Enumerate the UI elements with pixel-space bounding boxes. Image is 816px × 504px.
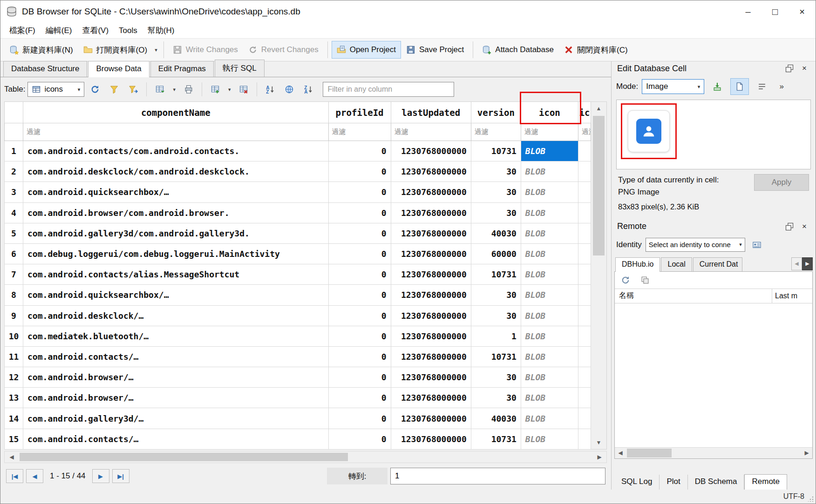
- column-header-version[interactable]: version: [471, 102, 521, 123]
- row-number[interactable]: 13: [5, 388, 23, 408]
- cell-lastUpdated[interactable]: 1230768000000: [391, 326, 471, 346]
- cell-icon[interactable]: BLOB: [521, 388, 578, 408]
- apply-button[interactable]: Apply: [754, 174, 809, 191]
- print-button[interactable]: [180, 81, 197, 98]
- cell-partial[interactable]: [578, 326, 591, 346]
- new-record-dropdown-caret[interactable]: ▾: [226, 83, 233, 96]
- list-column-name[interactable]: 名稱: [615, 289, 772, 303]
- encoding-button[interactable]: [281, 81, 298, 98]
- cell-profileId[interactable]: 0: [328, 223, 391, 243]
- cell-version[interactable]: 30: [471, 161, 521, 182]
- horizontal-scrollbar-thumb[interactable]: [20, 453, 348, 461]
- cell-componentName[interactable]: com.android.contacts/…: [23, 429, 329, 449]
- open-project-button[interactable]: Open Project: [332, 41, 401, 59]
- row-number[interactable]: 11: [5, 346, 23, 367]
- cell-version[interactable]: 30: [471, 388, 521, 408]
- column-header-icon[interactable]: icon: [521, 102, 578, 123]
- cell-icon[interactable]: BLOB: [521, 223, 578, 243]
- new-record-button[interactable]: [207, 81, 224, 98]
- row-number[interactable]: 5: [5, 223, 23, 243]
- vertical-scrollbar-track[interactable]: [591, 115, 606, 436]
- vertical-scrollbar[interactable]: ▲ ▼: [591, 101, 607, 450]
- clear-filters-button[interactable]: [106, 81, 122, 98]
- cell-partial[interactable]: [578, 141, 591, 161]
- cell-componentName[interactable]: com.android.contacts/…: [23, 346, 329, 367]
- cell-lastUpdated[interactable]: 1230768000000: [391, 285, 471, 305]
- cell-componentName[interactable]: com.android.gallery3d/com.android.galler…: [23, 223, 329, 243]
- new-database-button[interactable]: 新建資料庫(N): [4, 40, 78, 60]
- menu-help[interactable]: 幫助(H): [143, 23, 180, 38]
- row-number[interactable]: 7: [5, 264, 23, 285]
- cell-profileId[interactable]: 0: [328, 429, 391, 449]
- cell-lastUpdated[interactable]: 1230768000000: [391, 161, 471, 182]
- save-project-button[interactable]: Save Project: [401, 41, 469, 59]
- cell-componentName[interactable]: com.android.contacts/alias.MessageShortc…: [23, 264, 329, 285]
- cell-icon[interactable]: BLOB: [521, 326, 578, 346]
- cell-partial[interactable]: [578, 264, 591, 285]
- scroll-up-button[interactable]: ▲: [591, 102, 606, 115]
- cell-version[interactable]: 30: [471, 202, 521, 223]
- cell-icon[interactable]: BLOB: [521, 305, 578, 326]
- cell-version[interactable]: 40030: [471, 408, 521, 429]
- cell-lastUpdated[interactable]: 1230768000000: [391, 429, 471, 449]
- row-number[interactable]: 3: [5, 182, 23, 202]
- mode-select[interactable]: Image ▾: [642, 79, 704, 94]
- cell-profileId[interactable]: 0: [328, 346, 391, 367]
- dock-tab-remote[interactable]: Remote: [744, 474, 787, 490]
- tab-dbhub-io[interactable]: DBHub.io: [615, 257, 660, 272]
- cell-componentName[interactable]: com.android.browser/…: [23, 388, 329, 408]
- import-data-button[interactable]: [708, 78, 727, 95]
- dock-tab-db-schema[interactable]: DB Schema: [688, 475, 745, 490]
- previous-page-button[interactable]: ◀: [26, 469, 43, 483]
- row-number[interactable]: 15: [5, 429, 23, 449]
- cell-version[interactable]: 30: [471, 285, 521, 305]
- cell-lastUpdated[interactable]: 1230768000000: [391, 408, 471, 429]
- minimize-button[interactable]: –: [734, 0, 762, 23]
- remote-scrollbar-track[interactable]: [626, 448, 801, 458]
- cell-partial[interactable]: [578, 367, 591, 388]
- cell-profileId[interactable]: 0: [328, 326, 391, 346]
- scroll-left-button[interactable]: ◀: [5, 454, 19, 460]
- cell-partial[interactable]: [578, 305, 591, 326]
- cell-componentName[interactable]: com.debug.loggerui/com.debug.loggerui.Ma…: [23, 243, 329, 264]
- close-button[interactable]: ×: [789, 0, 816, 23]
- resize-grip[interactable]: [808, 496, 814, 502]
- filter-input-lastUpdated[interactable]: 過濾: [391, 123, 471, 141]
- cell-componentName[interactable]: com.android.gallery3d/…: [23, 408, 329, 429]
- float-panel-button[interactable]: [782, 221, 797, 233]
- row-number[interactable]: 14: [5, 408, 23, 429]
- cell-profileId[interactable]: 0: [328, 264, 391, 285]
- revert-changes-button[interactable]: Revert Changes: [243, 41, 324, 59]
- cell-version[interactable]: 60000: [471, 243, 521, 264]
- cell-profileId[interactable]: 0: [328, 285, 391, 305]
- cell-componentName[interactable]: com.android.browser/…: [23, 367, 329, 388]
- cell-lastUpdated[interactable]: 1230768000000: [391, 223, 471, 243]
- cell-partial[interactable]: [578, 346, 591, 367]
- sort-ascending-button[interactable]: AZ: [262, 81, 279, 98]
- row-number[interactable]: 1: [5, 141, 23, 161]
- tab-current-database[interactable]: Current Dat: [693, 257, 742, 271]
- cell-componentName[interactable]: com.android.contacts/com.android.contact…: [23, 141, 329, 161]
- column-header-lastUpdated[interactable]: lastUpdated: [391, 102, 471, 123]
- cell-componentName[interactable]: com.android.deskclock/com.android.deskcl…: [23, 161, 329, 182]
- cell-icon[interactable]: BLOB: [521, 243, 578, 264]
- clone-database-button[interactable]: [637, 273, 653, 287]
- next-page-button[interactable]: ▶: [92, 469, 109, 483]
- column-header-partial[interactable]: ic: [578, 102, 591, 123]
- menu-file[interactable]: 檔案(F): [4, 23, 41, 38]
- goto-button[interactable]: 轉到:: [327, 468, 388, 484]
- cell-icon[interactable]: BLOB: [521, 202, 578, 223]
- cell-version[interactable]: 1: [471, 326, 521, 346]
- cell-partial[interactable]: [578, 202, 591, 223]
- filter-input-icon[interactable]: 過濾: [521, 123, 578, 141]
- cell-icon[interactable]: BLOB: [521, 408, 578, 429]
- cell-version[interactable]: 10731: [471, 429, 521, 449]
- maximize-button[interactable]: □: [762, 0, 789, 23]
- remote-file-list[interactable]: [615, 303, 812, 447]
- identity-select[interactable]: Select an identity to conne ▾: [646, 238, 745, 252]
- list-column-last-modified[interactable]: Last m: [772, 290, 812, 302]
- open-database-button[interactable]: 打開資料庫(O): [78, 40, 153, 60]
- cell-profileId[interactable]: 0: [328, 141, 391, 161]
- cell-icon[interactable]: BLOB: [521, 429, 578, 449]
- cell-lastUpdated[interactable]: 1230768000000: [391, 305, 471, 326]
